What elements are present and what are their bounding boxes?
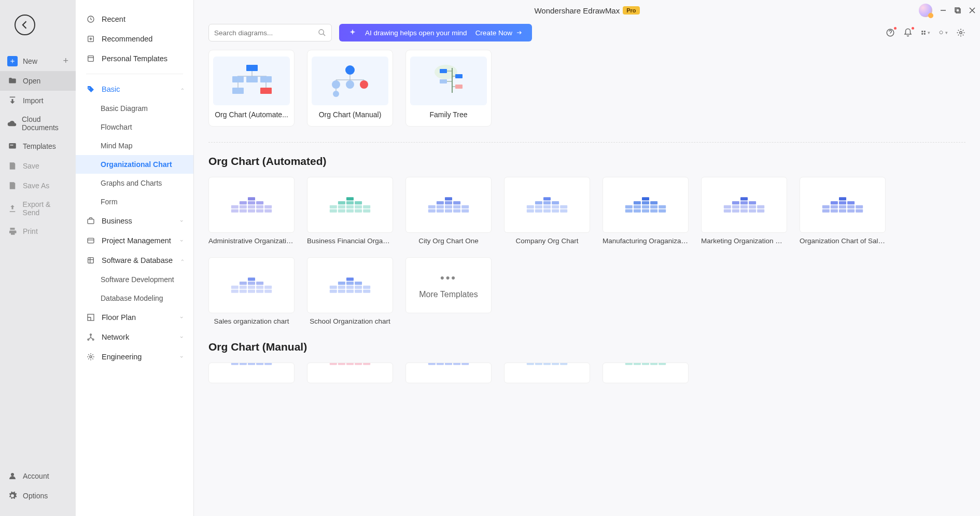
add-icon[interactable]: + xyxy=(63,55,68,66)
search-icon[interactable] xyxy=(318,29,326,37)
more-templates-card[interactable]: •••More Templates xyxy=(405,257,492,325)
sidebar-item-templates[interactable]: Templates xyxy=(0,136,76,156)
template-card[interactable] xyxy=(603,362,689,383)
tag-icon xyxy=(86,85,95,94)
sidebar-item-save[interactable]: Save xyxy=(0,156,76,176)
sidebar-item-export[interactable]: Export & Send xyxy=(0,196,76,221)
template-label: Org Chart (Manual) xyxy=(307,110,393,119)
category-software-db[interactable]: Database Modeling xyxy=(76,289,193,308)
template-card[interactable]: Business Financial Organiz... xyxy=(307,177,393,245)
ai-banner[interactable]: AI drawing helps open your mind Create N… xyxy=(339,24,532,41)
category-basic[interactable]: Basic › xyxy=(76,79,193,99)
clock-icon xyxy=(86,15,95,24)
maximize-button[interactable] xyxy=(954,7,961,14)
category-label: Software & Database xyxy=(102,256,173,264)
sidebar-item-open[interactable]: Open xyxy=(0,71,76,91)
template-thumb xyxy=(208,257,295,313)
sidebar-item-cloud[interactable]: Cloud Documents xyxy=(0,110,76,136)
category-software[interactable]: Software & Database › xyxy=(76,250,193,270)
template-thumb xyxy=(603,177,689,233)
category-basic-orgchart[interactable]: Organizational Chart xyxy=(76,155,193,174)
bell-icon[interactable] xyxy=(903,28,913,37)
template-card[interactable]: City Org Chart One xyxy=(405,177,492,245)
avatar[interactable] xyxy=(919,4,932,17)
ellipsis-icon: ••• xyxy=(440,271,457,285)
template-card[interactable]: Sales organization chart xyxy=(208,257,295,325)
template-thumb xyxy=(307,362,393,383)
sidebar-item-import[interactable]: Import xyxy=(0,91,76,110)
category-basic-flowchart[interactable]: Flowchart xyxy=(76,118,193,136)
export-icon xyxy=(7,203,18,214)
more-templates-label: More Templates xyxy=(419,290,478,299)
sidebar-item-account[interactable]: Account xyxy=(0,466,76,486)
minimize-button[interactable] xyxy=(940,7,947,14)
category-label: Floor Plan xyxy=(102,313,136,322)
briefcase-icon xyxy=(86,216,95,226)
category-basic-graphs[interactable]: Graphs and Charts xyxy=(76,174,193,192)
svg-point-37 xyxy=(346,80,354,89)
template-card[interactable] xyxy=(405,362,492,383)
template-card[interactable]: Organization Chart of Sale... xyxy=(800,177,886,245)
template-label: Sales organization chart xyxy=(208,317,295,325)
category-floor[interactable]: Floor Plan › xyxy=(76,308,193,327)
template-card[interactable] xyxy=(504,362,590,383)
search-input-wrapper[interactable] xyxy=(208,24,332,41)
apps-icon[interactable] xyxy=(921,28,930,37)
chevron-down-icon: › xyxy=(179,259,185,261)
template-card-org-manual[interactable]: Org Chart (Manual) xyxy=(307,50,393,127)
chevron-right-icon: › xyxy=(179,220,185,222)
svg-rect-48 xyxy=(440,79,447,83)
network-icon xyxy=(86,332,95,342)
template-card-family-tree[interactable]: Family Tree xyxy=(405,50,492,127)
category-business[interactable]: Business › xyxy=(76,211,193,231)
settings-icon[interactable] xyxy=(956,28,965,37)
category-recent[interactable]: Recent xyxy=(76,9,193,29)
sidebar-label: Save As xyxy=(23,182,49,190)
sidebar-label: Export & Send xyxy=(23,200,68,217)
template-thumb xyxy=(312,57,388,105)
search-input[interactable] xyxy=(214,29,318,37)
chevron-right-icon: › xyxy=(179,356,185,358)
category-label: Recent xyxy=(102,15,125,23)
back-button[interactable] xyxy=(15,15,35,35)
template-card[interactable] xyxy=(208,362,295,383)
category-basic-form[interactable]: Form xyxy=(76,192,193,211)
template-label: City Org Chart One xyxy=(405,237,492,245)
close-button[interactable] xyxy=(969,7,976,14)
category-basic-mindmap[interactable]: Mind Map xyxy=(76,136,193,155)
template-thumb xyxy=(603,362,689,383)
template-thumb xyxy=(701,177,787,233)
sidebar-item-saveas[interactable]: Save As xyxy=(0,176,76,196)
template-thumb xyxy=(410,57,487,105)
help-icon[interactable] xyxy=(886,28,895,37)
category-software-dev[interactable]: Software Development xyxy=(76,270,193,289)
template-card-org-auto[interactable]: Org Chart (Automate... xyxy=(208,50,295,127)
template-label: Business Financial Organiz... xyxy=(307,237,393,245)
template-card[interactable] xyxy=(307,362,393,383)
save-icon xyxy=(7,161,18,171)
template-card[interactable]: School Organization chart xyxy=(307,257,393,325)
svg-rect-18 xyxy=(921,31,923,32)
svg-point-16 xyxy=(319,30,324,34)
sidebar-label: Options xyxy=(23,492,48,500)
template-card[interactable]: Marketing Organization Ch... xyxy=(701,177,787,245)
category-personal[interactable]: Personal Templates xyxy=(76,49,193,68)
theme-icon[interactable] xyxy=(939,28,948,37)
category-basic-diagram[interactable]: Basic Diagram xyxy=(76,99,193,118)
template-card[interactable]: Administrative Organizatio... xyxy=(208,177,295,245)
category-project[interactable]: Project Management › xyxy=(76,231,193,250)
ai-create-button[interactable]: Create Now xyxy=(475,29,523,37)
template-card[interactable]: Manufacturing Oraganizati... xyxy=(603,177,689,245)
sidebar-item-new[interactable]: ＋ New + xyxy=(0,51,76,71)
sidebar-item-options[interactable]: Options xyxy=(0,486,76,506)
svg-rect-49 xyxy=(455,85,463,89)
svg-point-11 xyxy=(88,339,89,340)
category-recommended[interactable]: Recommended xyxy=(76,29,193,49)
svg-point-2 xyxy=(11,473,14,476)
category-network[interactable]: Network › xyxy=(76,327,193,347)
svg-point-38 xyxy=(360,80,368,89)
template-card[interactable]: Company Org Chart xyxy=(504,177,590,245)
category-engineering[interactable]: Engineering › xyxy=(76,347,193,367)
content-scroll[interactable]: Org Chart (Automate... Org Chart (Manual… xyxy=(194,50,980,516)
sidebar-item-print[interactable]: Print xyxy=(0,221,76,241)
